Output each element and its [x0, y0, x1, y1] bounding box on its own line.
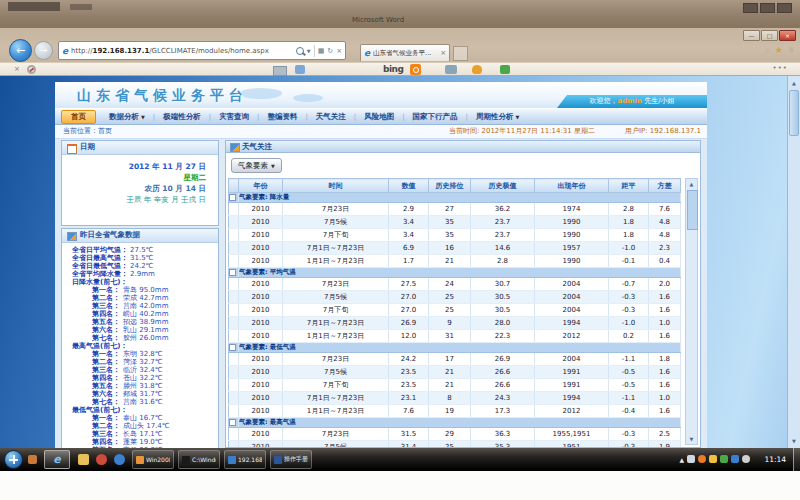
address-bar[interactable]: e http://192.168.137.1/GLCCLIMATE/module…	[58, 41, 346, 60]
table-row[interactable]: 20107月1日～7月23日6.91614.61957-1.02.3	[229, 242, 681, 255]
current-time: 当前时间: 2012年11月27日 11:14:31 星期二	[449, 125, 595, 138]
table-row[interactable]: 20101月1日～7月23日1.7212.81990-0.10.4	[229, 255, 681, 268]
blocked-icon[interactable]	[27, 65, 36, 74]
nav-item-2[interactable]: 极端性分析	[155, 112, 209, 122]
table-row[interactable]: 20107月1日～7月23日23.1824.31994-1.11.0	[229, 392, 681, 405]
stop-icon[interactable]: ×	[336, 47, 342, 55]
main-panel-title: 天气关注	[225, 140, 701, 153]
table-row[interactable]: 20101月1日～7月23日12.03122.320120.21.6	[229, 330, 681, 343]
nav-item-4[interactable]: 整编资料	[259, 112, 305, 122]
home-icon[interactable]: ⌂	[765, 45, 771, 55]
table-row[interactable]: 20107月5候31.42535.31951-0.31.9	[229, 441, 681, 449]
volume-icon[interactable]	[742, 455, 750, 463]
tray-icon[interactable]	[687, 455, 695, 463]
table-row[interactable]: 20107月1日～7月23日26.9928.01994-1.01.0	[229, 317, 681, 330]
messenger-icon[interactable]	[295, 65, 305, 74]
tray-icon[interactable]	[698, 455, 706, 463]
table-row[interactable]: 20107月5候3.43523.719901.84.8	[229, 216, 681, 229]
more-options-icon[interactable]: •••	[773, 64, 788, 72]
app-icon	[274, 456, 282, 464]
compatibility-view-icon[interactable]: ▦	[318, 47, 325, 55]
element-selector-button[interactable]: 气象要素▼	[231, 158, 282, 173]
checkbox[interactable]	[229, 419, 236, 426]
hidden-icons-arrow[interactable]: ▲	[679, 456, 684, 463]
cell: 25	[429, 304, 471, 317]
table-row[interactable]: 20107月23日2.92736.219742.87.6	[229, 203, 681, 216]
tray-icon[interactable]	[720, 455, 728, 463]
cell: 26.6	[471, 379, 535, 392]
close-button[interactable]: ×	[779, 30, 796, 41]
minimize-button[interactable]: —	[743, 30, 760, 41]
plugin-icon[interactable]	[500, 65, 510, 74]
browser-tab[interactable]: e 山东省气候业务平... ×	[360, 44, 450, 61]
taskbar-window-button[interactable]: 192.168.58.99...	[224, 450, 266, 469]
table-row[interactable]: 20107月下旬27.02530.52004-0.31.6	[229, 304, 681, 317]
rank-value: 莒南 42.0mm	[123, 302, 168, 310]
tab-close-icon[interactable]: ×	[440, 49, 446, 57]
cell: 1.0	[649, 317, 681, 330]
cell: 6.9	[389, 242, 429, 255]
search-engine-icon[interactable]	[410, 64, 421, 75]
bing-logo[interactable]: bing	[383, 64, 403, 74]
scrollbar-thumb[interactable]	[789, 90, 799, 136]
table-row[interactable]: 20107月23日27.52430.72004-0.72.0	[229, 278, 681, 291]
cell: 1.6	[649, 405, 681, 418]
scrollbar-thumb[interactable]	[687, 190, 698, 230]
taskbar-window-button[interactable]: C:\Windows\s...	[178, 450, 220, 469]
start-button[interactable]	[4, 450, 23, 469]
mail-icon[interactable]	[273, 66, 287, 76]
nav-item-8[interactable]: 周期性分析▼	[468, 112, 527, 122]
table-row[interactable]: 20107月5候27.02530.52004-0.31.6	[229, 291, 681, 304]
favorites-star-icon[interactable]: ★	[775, 45, 783, 55]
scroll-up-icon[interactable]: ▲	[788, 77, 800, 89]
browser-scrollbar[interactable]: ▲ ▼	[787, 76, 800, 448]
table-row[interactable]: 20107月下旬3.43523.719901.84.8	[229, 229, 681, 242]
tools-gear-icon[interactable]: ☼	[787, 45, 795, 55]
taskbar-ie-button[interactable]: e	[44, 450, 70, 469]
table-row[interactable]: 20107月5候23.52126.61991-0.51.6	[229, 366, 681, 379]
checkbox[interactable]	[229, 194, 236, 201]
table-row[interactable]: 20107月23日31.52936.31955,1951-0.32.5	[229, 428, 681, 441]
row-checkbox-cell	[229, 330, 239, 343]
snapshot-icon[interactable]	[445, 65, 457, 74]
quick-launch-icon[interactable]	[28, 455, 37, 464]
nav-item-1[interactable]: 数据分析▼	[101, 112, 153, 122]
search-icon[interactable]	[296, 47, 304, 55]
scroll-up-icon[interactable]: ▲	[686, 179, 697, 189]
show-desktop-button[interactable]	[793, 448, 800, 471]
cell: 2.8	[471, 255, 535, 268]
table-row[interactable]: 20101月1日～7月23日7.61917.32012-0.41.6	[229, 405, 681, 418]
toolbar-close-icon[interactable]: ×	[14, 65, 20, 73]
checkbox[interactable]	[229, 344, 236, 351]
panel-scrollbar[interactable]: ▲ ▼	[685, 178, 698, 445]
back-button[interactable]: ←	[9, 39, 32, 62]
chevron-down-icon[interactable]: ▼	[307, 48, 311, 54]
taskbar-window-button[interactable]: 操作手册.docx ...	[270, 450, 312, 469]
nav-item-0[interactable]: 首页	[61, 110, 96, 124]
refresh-icon[interactable]: ↻	[327, 47, 333, 55]
url-text[interactable]: http://192.168.137.1/GLCCLIMATE/modules/…	[71, 47, 293, 55]
maximize-button[interactable]: □	[761, 30, 778, 41]
stat-label: 全省日平均气温：	[72, 246, 128, 254]
table-row[interactable]: 20107月下旬23.52126.61991-0.51.6	[229, 379, 681, 392]
network-icon[interactable]	[731, 455, 739, 463]
checkbox[interactable]	[229, 269, 236, 276]
cell: 2010	[239, 255, 283, 268]
nav-item-3[interactable]: 灾害查询	[211, 112, 257, 122]
app-icon[interactable]	[114, 454, 125, 465]
scroll-down-icon[interactable]: ▼	[686, 434, 697, 444]
media-player-icon[interactable]	[96, 454, 107, 465]
taskbar-window-button[interactable]: Win2008 (VS2...	[132, 450, 174, 469]
nav-item-7[interactable]: 国家下行产品	[405, 112, 466, 122]
scroll-down-icon[interactable]: ▼	[788, 435, 800, 447]
table-row[interactable]: 20107月23日24.21726.92004-1.11.8	[229, 353, 681, 366]
pet-paw-icon[interactable]	[472, 65, 482, 74]
nav-item-5[interactable]: 天气关注	[308, 112, 354, 122]
taskbar-clock[interactable]: 11:14	[764, 448, 786, 471]
new-tab-button[interactable]	[453, 46, 468, 61]
explorer-folder-icon[interactable]	[78, 454, 89, 465]
tray-icon[interactable]	[709, 455, 717, 463]
forward-button[interactable]: →	[34, 41, 53, 60]
nav-item-6[interactable]: 风险地图	[356, 112, 402, 122]
cell: 4.8	[649, 229, 681, 242]
